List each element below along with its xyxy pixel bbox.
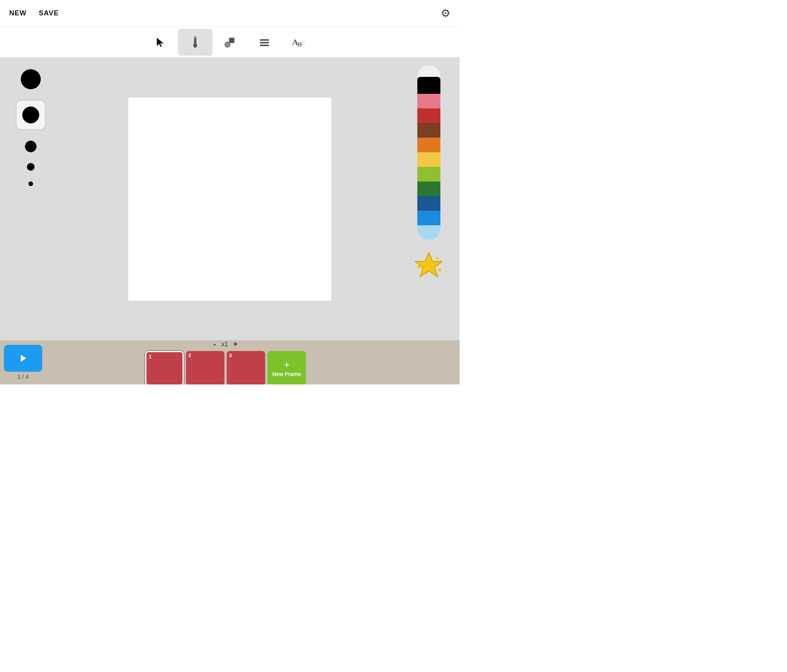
svg-point-5 bbox=[224, 42, 231, 48]
brush-size-large[interactable] bbox=[21, 69, 41, 89]
frame-counter: 1 / 4 bbox=[17, 373, 28, 380]
svg-point-15 bbox=[436, 257, 438, 259]
frame-2-number: 2 bbox=[188, 353, 191, 358]
brush-size-medium-small[interactable] bbox=[25, 141, 37, 152]
zoom-out-button[interactable]: - bbox=[211, 339, 218, 349]
selected-color-black[interactable] bbox=[417, 77, 440, 94]
new-button[interactable]: NEW bbox=[9, 9, 27, 17]
brush-tool[interactable] bbox=[178, 29, 213, 56]
frame-2[interactable]: 2 bbox=[186, 351, 224, 384]
brush-size-small[interactable] bbox=[27, 163, 35, 171]
brush-dot bbox=[22, 106, 39, 123]
color-light-green[interactable] bbox=[417, 167, 440, 181]
shapes-tool[interactable] bbox=[213, 29, 247, 56]
text-tool[interactable]: A B C bbox=[282, 29, 316, 56]
zoom-level: x1 bbox=[221, 341, 228, 348]
svg-marker-12 bbox=[415, 253, 442, 277]
brush-size-medium-selected[interactable] bbox=[16, 100, 46, 130]
color-red[interactable] bbox=[417, 108, 440, 123]
canvas-area bbox=[61, 58, 398, 340]
zoom-and-frames: - x1 + 1 bbox=[145, 339, 306, 384]
color-dark-blue[interactable] bbox=[417, 196, 440, 211]
settings-icon[interactable]: ⚙ bbox=[441, 7, 450, 20]
top-bar-left: NEW SAVE bbox=[9, 9, 59, 17]
svg-point-14 bbox=[438, 268, 441, 271]
new-frame-plus-icon: + bbox=[284, 359, 289, 369]
toolbar: A B C bbox=[0, 27, 460, 58]
zoom-controls: - x1 + bbox=[211, 339, 240, 349]
brush-icon bbox=[189, 36, 201, 48]
svg-rect-4 bbox=[229, 38, 234, 43]
color-blue[interactable] bbox=[417, 211, 440, 225]
play-button[interactable] bbox=[4, 345, 42, 372]
frame-3-number: 3 bbox=[229, 353, 232, 358]
color-strip bbox=[417, 65, 440, 240]
star-stamp-icon bbox=[413, 251, 444, 278]
svg-rect-7 bbox=[260, 42, 269, 43]
brush-size-tiny[interactable] bbox=[28, 181, 33, 186]
zoom-in-button[interactable]: + bbox=[231, 339, 240, 349]
new-frame-button[interactable]: + New Frame bbox=[267, 351, 306, 384]
lines-tool[interactable] bbox=[247, 29, 282, 56]
svg-marker-0 bbox=[157, 38, 164, 47]
svg-text:C: C bbox=[301, 40, 305, 46]
play-btn-container: 1 / 4 bbox=[4, 345, 42, 380]
save-button[interactable]: SAVE bbox=[39, 9, 59, 17]
color-palette-panel bbox=[398, 58, 460, 340]
brush-size-panel bbox=[0, 58, 61, 340]
text-icon: A B C bbox=[292, 37, 306, 48]
main-area bbox=[0, 58, 460, 340]
bottom-area: 1 / 4 - x1 + 1 bbox=[0, 340, 460, 384]
svg-point-13 bbox=[417, 265, 421, 269]
frame-1-container: 1 bbox=[145, 351, 184, 384]
frame-1-number: 1 bbox=[149, 354, 151, 359]
drawing-canvas[interactable] bbox=[128, 97, 332, 301]
shapes-icon bbox=[224, 36, 236, 48]
svg-rect-8 bbox=[260, 45, 269, 46]
svg-rect-2 bbox=[194, 38, 196, 44]
top-bar: NEW SAVE ⚙ bbox=[0, 0, 460, 27]
play-icon bbox=[18, 354, 28, 363]
color-pink[interactable] bbox=[417, 94, 440, 108]
frame-3[interactable]: 3 bbox=[227, 351, 265, 384]
color-brown[interactable] bbox=[417, 123, 440, 138]
star-stamp[interactable] bbox=[413, 251, 444, 279]
new-frame-label: New Frame bbox=[272, 371, 301, 377]
svg-rect-6 bbox=[260, 39, 269, 41]
color-dark-green[interactable] bbox=[417, 181, 440, 196]
color-orange[interactable] bbox=[417, 138, 440, 152]
frame-3-container: 3 bbox=[227, 351, 265, 384]
frame-1[interactable]: 1 bbox=[145, 351, 184, 384]
lines-icon bbox=[258, 36, 271, 48]
color-yellow[interactable] bbox=[417, 152, 440, 167]
color-light-blue[interactable] bbox=[417, 225, 440, 240]
svg-point-3 bbox=[194, 36, 196, 38]
svg-marker-16 bbox=[21, 355, 26, 362]
cursor-tool[interactable] bbox=[143, 29, 178, 56]
cursor-icon bbox=[155, 37, 166, 48]
eraser-color[interactable] bbox=[417, 65, 440, 77]
frame-2-container: 2 bbox=[186, 351, 224, 384]
frames-row: 1 bbox=[145, 351, 306, 384]
